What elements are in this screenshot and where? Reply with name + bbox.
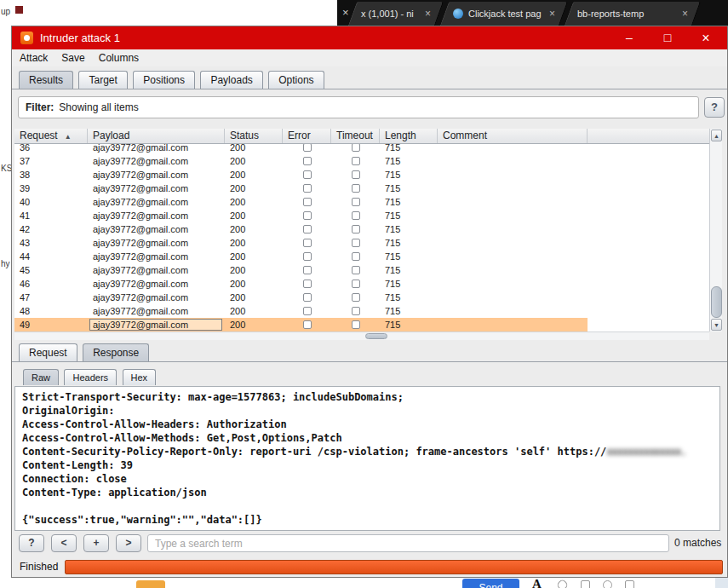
vertical-scrollbar-thumb[interactable]	[711, 286, 722, 318]
timeout-checkbox[interactable]	[352, 293, 360, 302]
search-input[interactable]	[147, 534, 669, 552]
tab-close-icon[interactable]: ×	[425, 8, 431, 20]
table-row[interactable]: 36 ajay39772@gmail.com 200 715	[14, 144, 709, 154]
filter-bar[interactable]: Filter:Showing all items	[18, 96, 699, 118]
table-row[interactable]: 47 ajay39772@gmail.com 200 715	[14, 291, 709, 304]
error-checkbox[interactable]	[303, 184, 312, 193]
tab-close-icon[interactable]: ×	[342, 6, 349, 19]
table-row[interactable]: 46 ajay39772@gmail.com 200 715	[14, 277, 709, 291]
table-row[interactable]: 37 ajay39772@gmail.com 200 715	[14, 154, 709, 168]
tab-hex[interactable]: Hex	[123, 369, 157, 385]
emoji-icon[interactable]	[603, 580, 612, 588]
error-checkbox[interactable]	[303, 198, 312, 206]
table-row[interactable]: 43 ajay39772@gmail.com 200 715	[14, 236, 709, 250]
tab-request[interactable]: Request	[19, 343, 77, 361]
cell-length: 715	[380, 222, 438, 236]
cell-comment	[438, 236, 588, 250]
table-row[interactable]: 49 ajay39772@gmail.com 200 715	[14, 318, 709, 331]
close-button[interactable]: ×	[691, 26, 720, 49]
timeout-checkbox[interactable]	[352, 320, 360, 329]
minimize-button[interactable]: –	[615, 26, 644, 49]
browser-tab-reports[interactable]: bb-reports-temp ×	[565, 2, 701, 26]
column-header-length[interactable]: Length	[380, 129, 438, 143]
timeout-checkbox[interactable]	[352, 280, 360, 288]
error-checkbox[interactable]	[303, 170, 312, 179]
table-row[interactable]: 42 ajay39772@gmail.com 200 715	[14, 222, 709, 236]
window-titlebar[interactable]: Intruder attack 1 – □ ×	[12, 26, 727, 49]
attachment-icon[interactable]	[556, 579, 570, 588]
cell-payload: ajay39772@gmail.com	[88, 154, 225, 168]
table-row[interactable]: 41 ajay39772@gmail.com 200 715	[14, 209, 709, 222]
table-row[interactable]: 44 ajay39772@gmail.com 200 715	[14, 250, 709, 263]
drive-icon[interactable]	[625, 580, 634, 588]
error-checkbox[interactable]	[303, 320, 312, 329]
column-header-payload[interactable]: Payload	[88, 129, 225, 143]
table-vertical-scrollbar[interactable]: ▲ ▼	[709, 129, 722, 331]
error-checkbox[interactable]	[303, 144, 312, 152]
table-row[interactable]: 45 ajay39772@gmail.com 200 715	[14, 263, 709, 277]
error-checkbox[interactable]	[303, 293, 312, 302]
cell-status: 200	[225, 236, 283, 250]
error-checkbox[interactable]	[303, 280, 312, 288]
column-header-timeout[interactable]: Timeout	[331, 129, 380, 143]
browser-tab-clickjack[interactable]: Clickjack test pag ×	[440, 2, 568, 26]
column-header-comment[interactable]: Comment	[438, 129, 588, 143]
timeout-checkbox[interactable]	[352, 157, 360, 165]
scroll-up-icon[interactable]: ▲	[711, 130, 722, 141]
search-help-button[interactable]: ?	[19, 534, 44, 552]
tab-target[interactable]: Target	[78, 71, 127, 89]
timeout-checkbox[interactable]	[352, 211, 360, 220]
scroll-down-icon[interactable]: ▼	[711, 319, 722, 331]
photo-icon[interactable]	[581, 580, 590, 588]
column-header-error[interactable]: Error	[283, 129, 331, 143]
table-row[interactable]: 40 ajay39772@gmail.com 200 715	[14, 195, 709, 209]
error-checkbox[interactable]	[303, 211, 312, 220]
help-button[interactable]: ?	[704, 97, 725, 118]
menu-columns[interactable]: Columns	[99, 52, 139, 64]
tab-close-icon[interactable]: ×	[682, 8, 688, 20]
column-header-request[interactable]: Request▲	[14, 129, 88, 143]
search-prev-button[interactable]: <	[51, 534, 77, 552]
timeout-checkbox[interactable]	[352, 144, 360, 152]
tab-close-icon[interactable]: ×	[549, 8, 555, 20]
error-checkbox[interactable]	[303, 239, 312, 247]
cell-payload: ajay39772@gmail.com	[88, 182, 225, 195]
tab-results[interactable]: Results	[19, 71, 73, 89]
column-header-status[interactable]: Status	[225, 129, 283, 143]
menu-save[interactable]: Save	[61, 52, 84, 64]
table-horizontal-scrollbar[interactable]	[14, 331, 709, 340]
maximize-button[interactable]: □	[653, 26, 682, 49]
error-checkbox[interactable]	[303, 266, 312, 274]
cell-comment	[438, 195, 588, 209]
tab-response[interactable]: Response	[83, 343, 149, 361]
tab-headers[interactable]: Headers	[64, 369, 117, 385]
error-checkbox[interactable]	[303, 252, 312, 261]
table-row[interactable]: 39 ajay39772@gmail.com 200 715	[14, 182, 709, 195]
search-next-button[interactable]: >	[116, 534, 141, 552]
timeout-checkbox[interactable]	[352, 266, 360, 274]
table-row[interactable]: 38 ajay39772@gmail.com 200 715	[14, 168, 709, 182]
timeout-checkbox[interactable]	[352, 239, 360, 247]
tab-raw[interactable]: Raw	[23, 369, 59, 385]
menu-attack[interactable]: Attack	[20, 52, 48, 64]
horizontal-scrollbar-thumb[interactable]	[365, 333, 387, 339]
tab-payloads[interactable]: Payloads	[200, 71, 262, 89]
tab-options[interactable]: Options	[268, 71, 324, 89]
timeout-checkbox[interactable]	[352, 170, 360, 179]
cell-status: 200	[225, 222, 283, 236]
error-checkbox[interactable]	[303, 225, 312, 233]
send-button[interactable]: Send	[462, 579, 519, 588]
timeout-checkbox[interactable]	[352, 184, 360, 193]
formatting-icon[interactable]: A	[532, 577, 542, 588]
error-checkbox[interactable]	[303, 157, 312, 165]
browser-tab-mail[interactable]: x (1,001) - ni ×	[348, 2, 444, 26]
timeout-checkbox[interactable]	[352, 307, 360, 315]
table-row[interactable]: 48 ajay39772@gmail.com 200 715	[14, 304, 709, 318]
search-add-button[interactable]: +	[83, 534, 109, 552]
response-body[interactable]: Strict-Transport-Security: max-age=15778…	[14, 386, 720, 531]
timeout-checkbox[interactable]	[352, 225, 360, 233]
timeout-checkbox[interactable]	[352, 198, 360, 206]
tab-positions[interactable]: Positions	[133, 71, 195, 89]
timeout-checkbox[interactable]	[352, 252, 360, 261]
error-checkbox[interactable]	[303, 307, 312, 315]
